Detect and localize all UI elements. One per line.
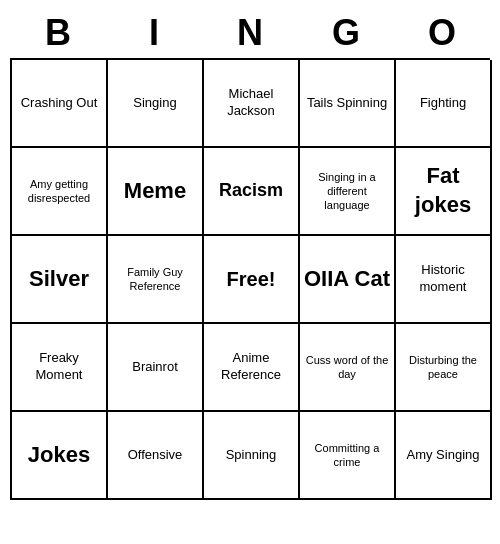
bingo-cell-5: Amy getting disrespected <box>12 148 108 236</box>
bingo-cell-1: Singing <box>108 60 204 148</box>
cell-text-10: Silver <box>29 265 89 294</box>
bingo-cell-14: Historic moment <box>396 236 492 324</box>
bingo-container: BINGO Crashing OutSingingMichael Jackson… <box>10 8 490 500</box>
bingo-letter-i: I <box>110 12 198 54</box>
bingo-cell-17: Anime Reference <box>204 324 300 412</box>
bingo-letter-b: B <box>14 12 102 54</box>
bingo-cell-11: Family Guy Reference <box>108 236 204 324</box>
cell-text-22: Spinning <box>226 447 277 464</box>
bingo-cell-12: Free! <box>204 236 300 324</box>
bingo-cell-19: Disturbing the peace <box>396 324 492 412</box>
bingo-cell-2: Michael Jackson <box>204 60 300 148</box>
cell-text-9: Fat jokes <box>400 162 486 219</box>
bingo-cell-3: Tails Spinning <box>300 60 396 148</box>
bingo-cell-20: Jokes <box>12 412 108 500</box>
cell-text-15: Freaky Moment <box>16 350 102 384</box>
bingo-cell-9: Fat jokes <box>396 148 492 236</box>
cell-text-18: Cuss word of the day <box>304 353 390 382</box>
bingo-cell-0: Crashing Out <box>12 60 108 148</box>
cell-text-3: Tails Spinning <box>307 95 387 112</box>
cell-text-21: Offensive <box>128 447 183 464</box>
bingo-grid: Crashing OutSingingMichael JacksonTails … <box>10 58 490 500</box>
bingo-cell-23: Committing a crime <box>300 412 396 500</box>
cell-text-24: Amy Singing <box>407 447 480 464</box>
cell-text-6: Meme <box>124 177 186 206</box>
cell-text-11: Family Guy Reference <box>112 265 198 294</box>
bingo-cell-10: Silver <box>12 236 108 324</box>
bingo-letter-n: N <box>206 12 294 54</box>
bingo-letter-o: O <box>398 12 486 54</box>
bingo-cell-16: Brainrot <box>108 324 204 412</box>
cell-text-14: Historic moment <box>400 262 486 296</box>
cell-text-13: OIIA Cat <box>304 265 390 294</box>
bingo-cell-13: OIIA Cat <box>300 236 396 324</box>
bingo-cell-15: Freaky Moment <box>12 324 108 412</box>
cell-text-17: Anime Reference <box>208 350 294 384</box>
bingo-title: BINGO <box>10 8 490 58</box>
cell-text-7: Racism <box>219 179 283 202</box>
cell-text-16: Brainrot <box>132 359 178 376</box>
bingo-cell-8: Singing in a different language <box>300 148 396 236</box>
cell-text-12: Free! <box>227 266 276 292</box>
cell-text-0: Crashing Out <box>21 95 98 112</box>
cell-text-2: Michael Jackson <box>208 86 294 120</box>
cell-text-5: Amy getting disrespected <box>16 177 102 206</box>
bingo-letter-g: G <box>302 12 390 54</box>
bingo-cell-21: Offensive <box>108 412 204 500</box>
cell-text-4: Fighting <box>420 95 466 112</box>
bingo-cell-6: Meme <box>108 148 204 236</box>
cell-text-19: Disturbing the peace <box>400 353 486 382</box>
cell-text-20: Jokes <box>28 441 90 470</box>
bingo-cell-7: Racism <box>204 148 300 236</box>
cell-text-23: Committing a crime <box>304 441 390 470</box>
cell-text-8: Singing in a different language <box>304 170 390 213</box>
bingo-cell-18: Cuss word of the day <box>300 324 396 412</box>
cell-text-1: Singing <box>133 95 176 112</box>
bingo-cell-4: Fighting <box>396 60 492 148</box>
bingo-cell-24: Amy Singing <box>396 412 492 500</box>
bingo-cell-22: Spinning <box>204 412 300 500</box>
